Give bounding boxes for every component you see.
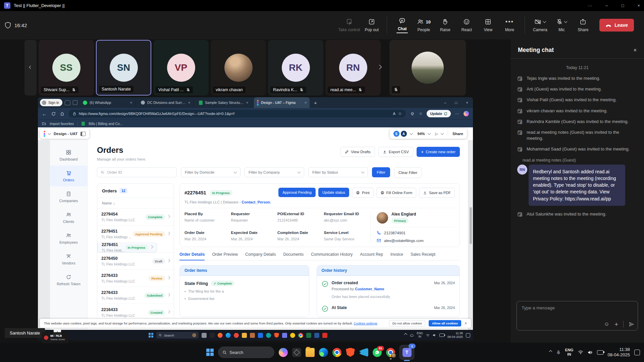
language-indicator[interactable]: ENGIN: [417, 332, 423, 339]
favorite-star-icon[interactable]: ☆: [398, 111, 402, 116]
react-button[interactable]: React: [457, 13, 476, 37]
teams-icon[interactable]: [282, 333, 287, 338]
print-button[interactable]: Print: [352, 188, 374, 198]
tab-company-details[interactable]: Company Details: [245, 252, 276, 260]
tab-close-icon[interactable]: ×: [188, 101, 190, 105]
clock[interactable]: 11:3808-04-2025: [608, 347, 630, 358]
tray-expand-icon[interactable]: [549, 350, 552, 354]
volume-icon[interactable]: [433, 334, 436, 337]
figma-canvas[interactable]: Dashboard Orders Companies Clients Emplo…: [38, 140, 473, 330]
update-status-button[interactable]: Update status: [318, 188, 349, 197]
teams-taskbar-button[interactable]: T 1: [399, 345, 414, 360]
collaborator-avatar[interactable]: S: [393, 131, 399, 137]
opera-icon[interactable]: [234, 333, 239, 338]
export-csv-button[interactable]: Export CSV: [378, 147, 413, 157]
participant-tile-shivani[interactable]: SS Shivani Sup...: [39, 40, 94, 96]
order-row[interactable]: 2276433TL Flex Holdings LLC Review: [97, 269, 174, 287]
window-close-icon[interactable]: ×: [637, 3, 640, 8]
participant-tile-vishal[interactable]: VP Vishal Patil ...: [153, 40, 209, 96]
tray-expand-icon[interactable]: [404, 333, 407, 337]
mic-options-chevron-icon[interactable]: [564, 20, 568, 23]
participant-tile-santosh[interactable]: SN Santosh Narate: [96, 40, 151, 96]
volume-icon[interactable]: [588, 350, 593, 355]
url-field[interactable]: https://www.figma.com/design/9BKQ0FOHRWa…: [69, 110, 406, 118]
save-as-pdf-button[interactable]: Save as PDF: [419, 188, 455, 198]
chrome-profile-icon[interactable]: [386, 348, 395, 357]
battery-icon[interactable]: [439, 334, 444, 337]
order-row[interactable]: 2216433TL Flex Holdings LLC Created: [97, 304, 174, 321]
browser-profile-icon[interactable]: [65, 100, 70, 105]
chat-close-icon[interactable]: ×: [634, 47, 637, 53]
share-button[interactable]: Share: [573, 13, 593, 37]
mic-tray-icon[interactable]: [556, 350, 561, 355]
sort-descending-icon[interactable]: ↓: [113, 201, 115, 205]
word-icon[interactable]: [314, 333, 319, 338]
participant-tile-vikram[interactable]: vikram chavan: [211, 40, 266, 96]
browser-maximize-icon[interactable]: □: [455, 101, 457, 105]
participant-tile-photo[interactable]: [389, 40, 466, 96]
tab-figma[interactable]: Design - UAT – Figma ×: [254, 97, 310, 108]
tab-order-details[interactable]: Order Details: [179, 252, 205, 260]
home-icon[interactable]: [60, 112, 64, 116]
order-row[interactable]: 2279454TL Flex Holdings LLC Complete: [97, 208, 174, 225]
score-widget[interactable]: MI - RLBGame score: [42, 332, 68, 343]
tab-close-icon[interactable]: ×: [130, 101, 132, 105]
app-icon[interactable]: [266, 333, 271, 338]
figma-file-pill[interactable]: Design - UAT: [40, 129, 89, 139]
language-indicator[interactable]: ENGIN: [565, 348, 574, 357]
window-maximize-icon[interactable]: □: [622, 3, 624, 8]
tab-sales-receipt[interactable]: Sales Receipt: [411, 252, 435, 260]
order-row[interactable]: 2276433TL Flex Holdings LLC Submitted: [97, 287, 174, 304]
clear-filter-button[interactable]: Clear Filter: [394, 167, 422, 178]
present-icon[interactable]: ▷: [435, 132, 438, 136]
deny-cookies-button[interactable]: Do not allow cookies: [389, 320, 425, 326]
scroll-left-button[interactable]: [24, 40, 37, 96]
tab-whatsapp[interactable]: (6) WhatsApp ×: [80, 97, 136, 108]
chat-input-box[interactable]: ☺ +: [517, 301, 638, 330]
sidebar-item-refresh-token[interactable]: Refresh Token: [50, 269, 87, 290]
cookie-close-icon[interactable]: ×: [465, 321, 467, 326]
view-drafts-button[interactable]: View Drafts: [340, 147, 375, 157]
contact-email[interactable]: alex@vstatefilings.com: [384, 239, 424, 243]
refresh-icon[interactable]: [51, 112, 56, 116]
new-tab-button[interactable]: +: [314, 100, 317, 106]
read-aloud-icon[interactable]: A: [393, 112, 395, 116]
window-minimize-icon[interactable]: –: [605, 3, 608, 8]
approval-pending-button[interactable]: Approval Pending: [278, 188, 316, 197]
order-id-input[interactable]: [107, 170, 173, 175]
window-more-icon[interactable]: ···: [588, 3, 592, 8]
browser-essentials-icon[interactable]: [410, 112, 415, 116]
sidebar-item-orders[interactable]: Orders: [50, 166, 87, 186]
mic-button[interactable]: Mic: [552, 13, 571, 37]
tab-documents[interactable]: Documents: [283, 252, 304, 260]
brave-icon[interactable]: [274, 333, 279, 338]
app-icon[interactable]: [202, 333, 207, 338]
browser-update-button[interactable]: Update: [427, 110, 451, 117]
pop-out-button[interactable]: Pop out: [362, 13, 381, 37]
chat-message-input[interactable]: [521, 305, 635, 311]
browser-minimize-icon[interactable]: –: [444, 101, 446, 105]
app-icon[interactable]: [292, 348, 301, 357]
order-row-selected[interactable]: 2276451TL Flex Holdings LLC In Progress: [97, 242, 157, 252]
fill-online-form-button[interactable]: Fill Online Form: [376, 188, 417, 198]
raise-hand-button[interactable]: Raise: [435, 13, 455, 37]
tab-close-icon[interactable]: ×: [246, 101, 248, 105]
tab-order-preview[interactable]: Order Preview: [212, 252, 238, 260]
cookies-settings-link[interactable]: Cookies settings: [354, 321, 377, 325]
copilot-icon[interactable]: [279, 348, 288, 357]
people-button[interactable]: 10 People: [414, 13, 433, 37]
filter-company-select[interactable]: Filter by Company: [245, 167, 304, 177]
whatsapp-icon[interactable]: 81: [373, 348, 382, 357]
wifi-icon[interactable]: [426, 334, 430, 337]
chat-button[interactable]: Chat: [392, 13, 412, 37]
import-favorites-link[interactable]: Import favorites: [50, 122, 74, 126]
sidebar-item-dashboard[interactable]: Dashboard: [50, 145, 87, 166]
onedrive-icon[interactable]: [410, 334, 414, 337]
excel-icon[interactable]: [306, 333, 311, 338]
tab-close-icon[interactable]: ×: [305, 101, 307, 105]
back-icon[interactable]: ←: [42, 111, 47, 117]
firefox-icon[interactable]: [218, 333, 223, 338]
presented-start-button[interactable]: [149, 333, 153, 338]
taskbar-search-box[interactable]: Search: [218, 347, 274, 358]
start-button[interactable]: [206, 349, 214, 356]
